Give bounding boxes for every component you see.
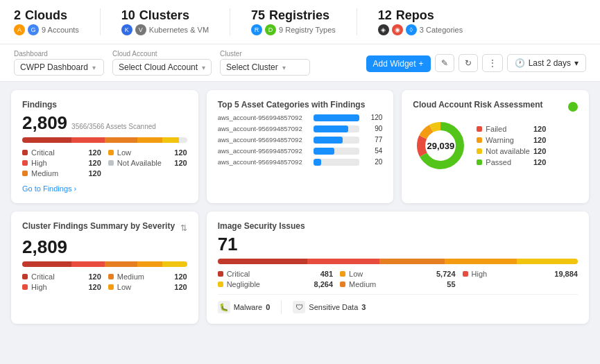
date-range-button[interactable]: 🕐 Last 2 days ▾ (507, 54, 586, 72)
clusters-stat: 10 Clusters K V Kubernetes & VM (121, 8, 230, 35)
cluster-group: Cluster Select Cluster ▾ (220, 50, 310, 76)
vm-icon: V (135, 24, 146, 35)
main-grid: Findings 2,809 3566/3566 Assets Scanned … (0, 82, 600, 332)
cloud-account-label: Cloud Account (112, 50, 212, 58)
img-low-label: Low (349, 270, 433, 278)
c-high-value: 120 (88, 283, 101, 291)
cluster-select[interactable]: Select Cluster ▾ (220, 59, 310, 76)
c-critical-dot (22, 274, 28, 279)
sensitive-data-icon: 🛡 (293, 301, 305, 313)
cluster-medium-bar (105, 261, 138, 267)
img-critical-dot (218, 271, 223, 277)
reg2-icon: D (265, 24, 276, 35)
findings-high-bar (71, 137, 105, 143)
cloud-account-group: Cloud Account Select Cloud Account ▾ (112, 50, 212, 76)
img-low-value: 5,724 (436, 270, 456, 278)
bar-fill-2 (314, 137, 343, 144)
findings-rest-bar (179, 137, 187, 143)
low-value: 120 (174, 148, 187, 157)
dashboard-select[interactable]: CWPP Dashboard ▾ (14, 59, 104, 76)
status-badge (568, 102, 578, 112)
not-available-label: Not available (486, 147, 530, 155)
cloud-account-chevron-icon: ▾ (202, 64, 205, 71)
malware-label: Malware (234, 303, 263, 311)
img-legend-low: Low 5,724 (340, 270, 455, 278)
cluster-high-bar (71, 261, 105, 267)
cluster-legend-high: High 120 (22, 283, 101, 291)
bar-num-3: 54 (365, 147, 382, 155)
img-medium-label: Medium (349, 280, 443, 288)
c-critical-label: Critical (31, 272, 85, 281)
repo3-icon: ◊ (406, 24, 417, 35)
bar-track-2 (314, 137, 360, 144)
img-high-bar (307, 259, 379, 264)
c-low-value: 120 (174, 283, 187, 291)
bar-track-4 (314, 159, 360, 166)
bar-track-3 (314, 148, 360, 155)
malware-icon: 🐛 (218, 301, 230, 313)
bar-label-3: aws_account-956994857092 (218, 147, 308, 155)
clouds-sub: 9 Accounts (42, 26, 79, 34)
image-legend: Critical 481 Low 5,724 High 19,884 Negli… (218, 270, 578, 288)
warning-label: Warning (486, 136, 530, 144)
malware-value: 0 (266, 303, 270, 311)
img-legend-negligible: Negligible 8,264 (218, 280, 333, 288)
arrow-right-icon: › (74, 184, 77, 193)
donut-center-value: 29,039 (427, 141, 454, 151)
high-value: 120 (88, 159, 101, 167)
img-high-value: 19,884 (554, 270, 578, 278)
go-to-findings-link[interactable]: Go to Findings › (22, 184, 76, 193)
medium-label: Medium (31, 169, 85, 177)
not-available-value: 120 (533, 147, 546, 155)
registries-count: 75 (251, 8, 265, 23)
repos-stat: 12 Repos ◈ ◉ ◊ 3 Categories (378, 8, 483, 35)
cloud-account-select[interactable]: Select Cloud Account ▾ (112, 59, 212, 76)
bar-num-0: 120 (365, 114, 382, 121)
sort-icon[interactable]: ⇅ (180, 223, 187, 233)
top-assets-title: Top 5 Asset Categories with Findings (218, 100, 383, 110)
findings-progress-bar (22, 137, 187, 143)
c-critical-value: 120 (88, 272, 101, 281)
c-medium-value: 120 (174, 272, 187, 281)
high-dot (22, 160, 28, 166)
edit-button[interactable]: ✎ (435, 54, 454, 72)
img-medium-value: 55 (447, 280, 455, 288)
c-high-label: High (31, 283, 85, 291)
na-dot (108, 160, 114, 166)
failed-dot (477, 126, 482, 132)
top-stats-bar: 2 Clouds A G 9 Accounts 10 Clusters K V … (0, 0, 600, 44)
img-critical-label: Critical (227, 270, 317, 278)
date-chevron-icon: ▾ (574, 58, 578, 68)
clouds-count: 2 (14, 8, 21, 23)
passed-value: 120 (533, 158, 546, 166)
bar-label-0: aws_account-956994857092 (218, 114, 308, 121)
img-medium-dot (340, 281, 345, 287)
dashboard-group: Dashboard CWPP Dashboard ▾ (14, 50, 104, 76)
go-findings-label: Go to Findings (22, 184, 72, 193)
bar-fill-1 (314, 125, 348, 132)
findings-sub: 3566/3566 Assets Scanned (71, 123, 156, 130)
more-button[interactable]: ⋮ (482, 54, 503, 72)
c-high-dot (22, 284, 28, 290)
refresh-button[interactable]: ↻ (458, 54, 478, 72)
img-critical-bar (218, 259, 308, 264)
legend-not-available-risk: Not available 120 (477, 147, 546, 155)
registries-sub: 9 Registry Types (279, 26, 336, 34)
img-negligible-value: 8,264 (314, 280, 334, 288)
registries-stat: 75 Registries R D 9 Registry Types (251, 8, 357, 35)
warning-value: 120 (533, 136, 546, 144)
repos-sub: 3 Categories (420, 26, 463, 34)
cluster-legend-low: Low 120 (108, 283, 187, 291)
add-widget-button[interactable]: Add Widget + (366, 55, 431, 72)
critical-dot (22, 150, 28, 155)
repos-label: Repos (396, 8, 434, 23)
na-value: 120 (174, 159, 187, 167)
cluster-header: Cluster Findings Summary by Severity ⇅ (22, 221, 187, 235)
dashboard-value: CWPP Dashboard (20, 62, 88, 72)
donut-section: 29,039 Failed 120 Warning 120 Not availa… (413, 118, 578, 173)
repos-count: 12 (378, 8, 392, 23)
passed-label: Passed (486, 158, 530, 166)
image-security-number: 71 (218, 235, 578, 253)
cluster-findings-card: Cluster Findings Summary by Severity ⇅ 2… (11, 211, 198, 324)
bar-num-4: 20 (365, 158, 382, 166)
